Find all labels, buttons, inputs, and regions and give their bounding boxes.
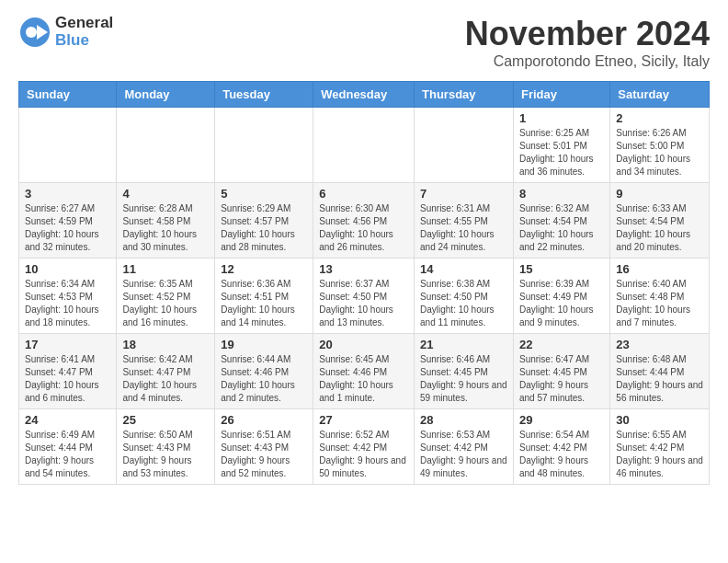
- calendar-cell: 11Sunrise: 6:35 AM Sunset: 4:52 PM Dayli…: [117, 259, 215, 334]
- day-info: Sunrise: 6:35 AM Sunset: 4:52 PM Dayligh…: [122, 278, 209, 329]
- calendar-header-row: SundayMondayTuesdayWednesdayThursdayFrid…: [19, 82, 710, 108]
- day-number: 24: [25, 413, 110, 427]
- calendar-cell: 7Sunrise: 6:31 AM Sunset: 4:55 PM Daylig…: [415, 183, 514, 259]
- day-info: Sunrise: 6:40 AM Sunset: 4:48 PM Dayligh…: [616, 278, 703, 329]
- day-info: Sunrise: 6:53 AM Sunset: 4:42 PM Dayligh…: [420, 429, 507, 480]
- calendar-cell: 25Sunrise: 6:50 AM Sunset: 4:43 PM Dayli…: [117, 409, 215, 485]
- day-number: 20: [319, 338, 408, 351]
- title-section: November 2024 Camporotondo Etneo, Sicily…: [465, 15, 710, 70]
- calendar-cell: [117, 108, 215, 183]
- day-number: 17: [25, 338, 110, 351]
- calendar-week-row: 24Sunrise: 6:49 AM Sunset: 4:44 PM Dayli…: [19, 409, 710, 485]
- calendar-cell: 23Sunrise: 6:48 AM Sunset: 4:44 PM Dayli…: [610, 334, 710, 409]
- month-title: November 2024: [465, 15, 710, 53]
- day-info: Sunrise: 6:48 AM Sunset: 4:44 PM Dayligh…: [616, 353, 703, 405]
- day-info: Sunrise: 6:41 AM Sunset: 4:47 PM Dayligh…: [25, 353, 110, 405]
- day-number: 28: [420, 413, 507, 427]
- day-number: 5: [221, 187, 307, 201]
- day-info: Sunrise: 6:25 AM Sunset: 5:01 PM Dayligh…: [519, 127, 604, 178]
- logo-general: General: [55, 15, 113, 32]
- day-info: Sunrise: 6:36 AM Sunset: 4:51 PM Dayligh…: [221, 278, 307, 329]
- logo-icon: [18, 16, 51, 49]
- day-number: 22: [519, 338, 604, 351]
- day-info: Sunrise: 6:47 AM Sunset: 4:45 PM Dayligh…: [519, 353, 604, 405]
- day-info: Sunrise: 6:49 AM Sunset: 4:44 PM Dayligh…: [25, 429, 110, 480]
- calendar-cell: [215, 108, 313, 183]
- weekday-header: Friday: [513, 82, 609, 108]
- day-number: 25: [122, 413, 209, 427]
- calendar-cell: 24Sunrise: 6:49 AM Sunset: 4:44 PM Dayli…: [19, 409, 117, 485]
- calendar-week-row: 1Sunrise: 6:25 AM Sunset: 5:01 PM Daylig…: [19, 108, 710, 183]
- day-info: Sunrise: 6:29 AM Sunset: 4:57 PM Dayligh…: [221, 202, 307, 254]
- day-info: Sunrise: 6:26 AM Sunset: 5:00 PM Dayligh…: [616, 127, 703, 178]
- day-number: 29: [519, 413, 604, 427]
- calendar-cell: 28Sunrise: 6:53 AM Sunset: 4:42 PM Dayli…: [415, 409, 514, 485]
- calendar-cell: 1Sunrise: 6:25 AM Sunset: 5:01 PM Daylig…: [513, 108, 609, 183]
- calendar-cell: 20Sunrise: 6:45 AM Sunset: 4:46 PM Dayli…: [313, 334, 415, 409]
- day-info: Sunrise: 6:55 AM Sunset: 4:42 PM Dayligh…: [616, 429, 703, 480]
- subtitle: Camporotondo Etneo, Sicily, Italy: [465, 53, 710, 70]
- day-info: Sunrise: 6:46 AM Sunset: 4:45 PM Dayligh…: [420, 353, 507, 405]
- day-number: 11: [122, 262, 209, 276]
- day-number: 26: [221, 413, 307, 427]
- calendar-cell: 14Sunrise: 6:38 AM Sunset: 4:50 PM Dayli…: [415, 259, 514, 334]
- day-number: 6: [319, 187, 408, 201]
- calendar-cell: 13Sunrise: 6:37 AM Sunset: 4:50 PM Dayli…: [313, 259, 415, 334]
- day-number: 3: [25, 187, 110, 201]
- calendar-cell: 2Sunrise: 6:26 AM Sunset: 5:00 PM Daylig…: [610, 108, 710, 183]
- calendar-cell: 9Sunrise: 6:33 AM Sunset: 4:54 PM Daylig…: [610, 183, 710, 259]
- day-info: Sunrise: 6:38 AM Sunset: 4:50 PM Dayligh…: [420, 278, 507, 329]
- day-info: Sunrise: 6:51 AM Sunset: 4:43 PM Dayligh…: [221, 429, 307, 480]
- day-number: 18: [122, 338, 209, 351]
- logo: General Blue: [18, 15, 113, 49]
- calendar-week-row: 17Sunrise: 6:41 AM Sunset: 4:47 PM Dayli…: [19, 334, 710, 409]
- logo-blue: Blue: [55, 32, 113, 50]
- day-info: Sunrise: 6:27 AM Sunset: 4:59 PM Dayligh…: [25, 202, 110, 254]
- day-number: 4: [122, 187, 209, 201]
- calendar-cell: 27Sunrise: 6:52 AM Sunset: 4:42 PM Dayli…: [313, 409, 415, 485]
- calendar-cell: 5Sunrise: 6:29 AM Sunset: 4:57 PM Daylig…: [215, 183, 313, 259]
- calendar-cell: 17Sunrise: 6:41 AM Sunset: 4:47 PM Dayli…: [19, 334, 117, 409]
- day-number: 12: [221, 262, 307, 276]
- day-number: 1: [519, 111, 604, 125]
- day-number: 23: [616, 338, 703, 351]
- day-info: Sunrise: 6:30 AM Sunset: 4:56 PM Dayligh…: [319, 202, 408, 254]
- weekday-header: Saturday: [610, 82, 710, 108]
- calendar-cell: 6Sunrise: 6:30 AM Sunset: 4:56 PM Daylig…: [313, 183, 415, 259]
- calendar-cell: 10Sunrise: 6:34 AM Sunset: 4:53 PM Dayli…: [19, 259, 117, 334]
- calendar-cell: [415, 108, 514, 183]
- day-number: 10: [25, 262, 110, 276]
- calendar-cell: 8Sunrise: 6:32 AM Sunset: 4:54 PM Daylig…: [513, 183, 609, 259]
- day-info: Sunrise: 6:44 AM Sunset: 4:46 PM Dayligh…: [221, 353, 307, 405]
- day-info: Sunrise: 6:33 AM Sunset: 4:54 PM Dayligh…: [616, 202, 703, 254]
- day-number: 27: [319, 413, 408, 427]
- calendar-cell: [19, 108, 117, 183]
- calendar-cell: 19Sunrise: 6:44 AM Sunset: 4:46 PM Dayli…: [215, 334, 313, 409]
- day-number: 7: [420, 187, 507, 201]
- day-number: 2: [616, 111, 703, 125]
- calendar-cell: 18Sunrise: 6:42 AM Sunset: 4:47 PM Dayli…: [117, 334, 215, 409]
- day-number: 30: [616, 413, 703, 427]
- day-info: Sunrise: 6:39 AM Sunset: 4:49 PM Dayligh…: [519, 278, 604, 329]
- day-number: 19: [221, 338, 307, 351]
- day-info: Sunrise: 6:52 AM Sunset: 4:42 PM Dayligh…: [319, 429, 408, 480]
- day-number: 9: [616, 187, 703, 201]
- day-number: 8: [519, 187, 604, 201]
- day-info: Sunrise: 6:28 AM Sunset: 4:58 PM Dayligh…: [122, 202, 209, 254]
- calendar-cell: 30Sunrise: 6:55 AM Sunset: 4:42 PM Dayli…: [610, 409, 710, 485]
- day-info: Sunrise: 6:37 AM Sunset: 4:50 PM Dayligh…: [319, 278, 408, 329]
- day-number: 21: [420, 338, 507, 351]
- calendar-cell: 29Sunrise: 6:54 AM Sunset: 4:42 PM Dayli…: [513, 409, 609, 485]
- calendar-cell: 21Sunrise: 6:46 AM Sunset: 4:45 PM Dayli…: [415, 334, 514, 409]
- weekday-header: Tuesday: [215, 82, 313, 108]
- weekday-header: Monday: [117, 82, 215, 108]
- day-info: Sunrise: 6:32 AM Sunset: 4:54 PM Dayligh…: [519, 202, 604, 254]
- weekday-header: Thursday: [415, 82, 514, 108]
- svg-point-2: [26, 27, 37, 38]
- day-info: Sunrise: 6:54 AM Sunset: 4:42 PM Dayligh…: [519, 429, 604, 480]
- calendar-week-row: 10Sunrise: 6:34 AM Sunset: 4:53 PM Dayli…: [19, 259, 710, 334]
- day-info: Sunrise: 6:50 AM Sunset: 4:43 PM Dayligh…: [122, 429, 209, 480]
- calendar-cell: 3Sunrise: 6:27 AM Sunset: 4:59 PM Daylig…: [19, 183, 117, 259]
- day-info: Sunrise: 6:42 AM Sunset: 4:47 PM Dayligh…: [122, 353, 209, 405]
- calendar-cell: 15Sunrise: 6:39 AM Sunset: 4:49 PM Dayli…: [513, 259, 609, 334]
